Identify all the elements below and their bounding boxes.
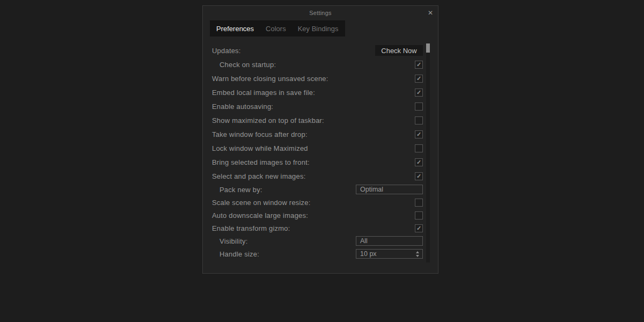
tab-bar: Preferences Colors Key Bindings xyxy=(210,20,345,36)
bring-selected-images-to-front-label: Bring selected images to front: xyxy=(212,158,310,166)
updates-check-now-button[interactable]: Check Now xyxy=(375,45,423,56)
take-window-focus-after-drop-checkbox[interactable]: ✓ xyxy=(415,130,423,138)
settings-row: Take window focus after drop:✓ xyxy=(203,127,438,141)
settings-row: Enable transform gizmo:✓ xyxy=(203,222,438,235)
settings-row: Embed local images in save file:✓ xyxy=(203,85,438,99)
settings-row: Handle size:10 px xyxy=(203,247,438,260)
take-window-focus-after-drop-label: Take window focus after drop: xyxy=(212,130,308,138)
lock-window-while-maximized-label: Lock window while Maximized xyxy=(212,144,308,152)
settings-row: Show maximized on top of taskbar: xyxy=(203,113,438,127)
field-value: All xyxy=(360,237,368,245)
show-maximized-on-top-of-taskbar-checkbox[interactable] xyxy=(415,116,423,125)
visibility-combo[interactable]: All xyxy=(356,236,423,246)
enable-transform-gizmo-label: Enable transform gizmo: xyxy=(212,224,290,232)
check-on-startup-checkbox[interactable]: ✓ xyxy=(415,61,423,69)
check-icon: ✓ xyxy=(416,75,421,82)
preferences-panel: Updates:Check NowCheck on startup:✓Warn … xyxy=(203,43,438,260)
pack-new-by-label: Pack new by: xyxy=(219,186,262,194)
enable-autosaving-checkbox[interactable] xyxy=(415,103,423,111)
check-icon: ✓ xyxy=(416,159,421,166)
handle-size-label: Handle size: xyxy=(219,250,259,258)
tab-preferences[interactable]: Preferences xyxy=(216,25,254,33)
settings-row: Enable autosaving: xyxy=(203,99,438,113)
settings-row: Updates:Check Now xyxy=(203,43,438,57)
scrollbar-track[interactable] xyxy=(426,43,430,262)
tab-colors[interactable]: Colors xyxy=(266,25,286,33)
titlebar[interactable]: Settings ✕ xyxy=(203,6,438,20)
check-icon: ✓ xyxy=(416,89,421,96)
settings-dialog: Settings ✕ Preferences Colors Key Bindin… xyxy=(202,5,438,274)
tab-key-bindings[interactable]: Key Bindings xyxy=(298,25,339,33)
spinner-arrows xyxy=(416,250,419,258)
select-and-pack-new-images-checkbox[interactable]: ✓ xyxy=(415,172,423,180)
enable-autosaving-label: Enable autosaving: xyxy=(212,103,273,111)
bring-selected-images-to-front-checkbox[interactable]: ✓ xyxy=(415,158,423,166)
check-icon: ✓ xyxy=(416,131,421,138)
settings-row: Scale scene on window resize: xyxy=(203,196,438,209)
field-value: 10 px xyxy=(360,250,377,258)
auto-downscale-large-images-checkbox[interactable] xyxy=(415,211,423,219)
dialog-title: Settings xyxy=(203,10,438,16)
show-maximized-on-top-of-taskbar-label: Show maximized on top of taskbar: xyxy=(212,116,324,125)
settings-row: Warn before closing unsaved scene:✓ xyxy=(203,71,438,85)
check-icon: ✓ xyxy=(416,173,421,180)
settings-row: Check on startup:✓ xyxy=(203,57,438,71)
embed-local-images-in-save-file-label: Embed local images in save file: xyxy=(212,89,315,97)
settings-row: Lock window while Maximized xyxy=(203,141,438,155)
warn-before-closing-unsaved-scene-checkbox[interactable]: ✓ xyxy=(415,75,423,83)
settings-row: Select and pack new images:✓ xyxy=(203,169,438,183)
field-value: Optimal xyxy=(360,186,383,193)
spinner-up-icon[interactable] xyxy=(416,251,419,253)
scale-scene-on-window-resize-checkbox[interactable] xyxy=(415,199,423,207)
scrollbar-thumb[interactable] xyxy=(426,43,430,53)
updates-label: Updates: xyxy=(212,47,241,55)
check-icon: ✓ xyxy=(416,225,421,232)
lock-window-while-maximized-checkbox[interactable] xyxy=(415,144,423,152)
settings-row: Visibility:All xyxy=(203,235,438,247)
check-on-startup-label: Check on startup: xyxy=(219,61,276,69)
close-icon[interactable]: ✕ xyxy=(426,9,435,17)
visibility-label: Visibility: xyxy=(219,237,248,245)
pack-new-by-combo[interactable]: Optimal xyxy=(356,185,423,194)
embed-local-images-in-save-file-checkbox[interactable]: ✓ xyxy=(415,89,423,97)
select-and-pack-new-images-label: Select and pack new images: xyxy=(212,172,306,180)
auto-downscale-large-images-label: Auto downscale large images: xyxy=(212,211,308,219)
handle-size-spinner[interactable]: 10 px xyxy=(356,249,423,259)
settings-row: Pack new by:Optimal xyxy=(203,183,438,196)
enable-transform-gizmo-checkbox[interactable]: ✓ xyxy=(415,224,423,232)
scale-scene-on-window-resize-label: Scale scene on window resize: xyxy=(212,199,311,207)
spinner-down-icon[interactable] xyxy=(416,255,419,257)
warn-before-closing-unsaved-scene-label: Warn before closing unsaved scene: xyxy=(212,75,328,83)
settings-row: Auto downscale large images: xyxy=(203,209,438,222)
check-icon: ✓ xyxy=(416,61,421,68)
settings-row: Bring selected images to front:✓ xyxy=(203,155,438,169)
